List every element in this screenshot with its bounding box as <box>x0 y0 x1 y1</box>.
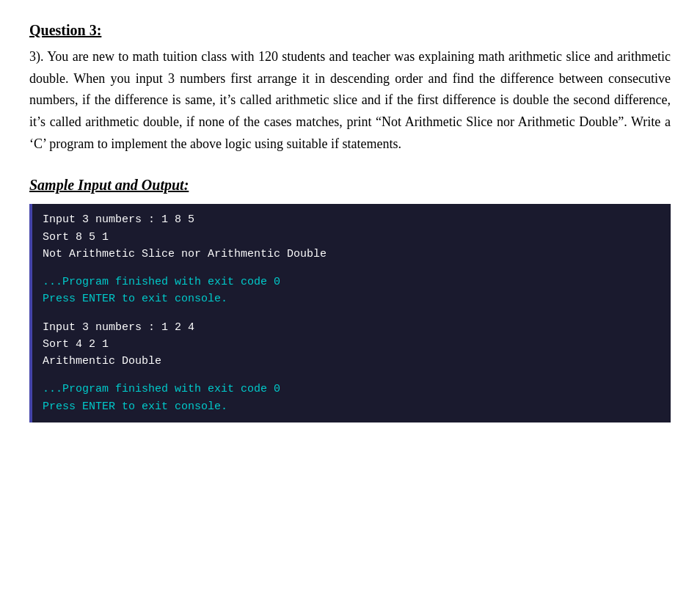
terminal-line: Input 3 numbers : 1 8 5 <box>43 211 660 228</box>
terminal-line: Sort 8 5 1 <box>43 229 660 246</box>
terminal-line: Arithmentic Double <box>43 353 660 370</box>
terminal-line: ...Program finished with exit code 0 <box>43 381 660 398</box>
terminal-line: ...Program finished with exit code 0 <box>43 274 660 290</box>
sample-section: Sample Input and Output: Input 3 numbers… <box>29 177 671 422</box>
question-heading: Question 3: <box>29 22 671 39</box>
terminal-line: Input 3 numbers : 1 2 4 <box>43 319 660 336</box>
terminal-spacer <box>43 308 660 319</box>
terminal-line: Not Arithmetic Slice nor Arithmentic Dou… <box>43 246 660 263</box>
terminal-output: Input 3 numbers : 1 8 5 Sort 8 5 1 Not A… <box>29 204 671 422</box>
terminal-line: Press ENTER to exit console. <box>43 398 660 415</box>
terminal-line: Sort 4 2 1 <box>43 336 660 353</box>
question-body: 3). You are new to math tuition class wi… <box>29 46 671 155</box>
terminal-spacer <box>43 263 660 274</box>
question-section: Question 3: 3). You are new to math tuit… <box>29 22 671 155</box>
sample-heading: Sample Input and Output: <box>29 177 671 194</box>
terminal-spacer <box>43 370 660 381</box>
terminal-line: Press ENTER to exit console. <box>43 290 660 307</box>
